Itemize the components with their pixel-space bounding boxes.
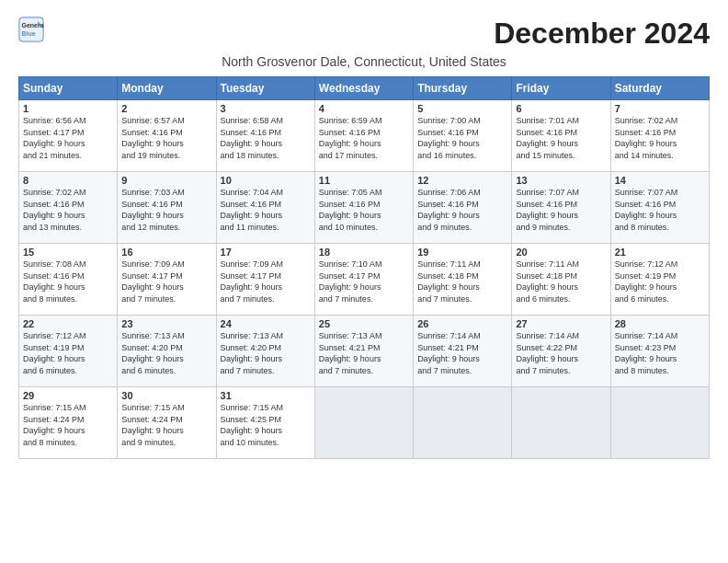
day-number: 21 bbox=[615, 247, 705, 258]
day-number: 23 bbox=[121, 318, 211, 329]
table-cell: 18Sunrise: 7:10 AM Sunset: 4:17 PM Dayli… bbox=[314, 244, 413, 316]
day-number: 13 bbox=[516, 175, 606, 186]
day-number: 5 bbox=[417, 103, 507, 114]
table-cell: 7Sunrise: 7:02 AM Sunset: 4:16 PM Daylig… bbox=[610, 100, 709, 172]
logo: General Blue bbox=[18, 17, 44, 42]
table-cell: 11Sunrise: 7:05 AM Sunset: 4:16 PM Dayli… bbox=[314, 172, 413, 244]
month-title: December 2024 bbox=[494, 17, 710, 51]
day-info: Sunrise: 7:15 AM Sunset: 4:25 PM Dayligh… bbox=[221, 402, 311, 448]
day-number: 2 bbox=[121, 103, 211, 114]
header: General Blue December 2024 bbox=[18, 17, 710, 51]
day-number: 25 bbox=[319, 318, 409, 329]
table-cell: 22Sunrise: 7:12 AM Sunset: 4:19 PM Dayli… bbox=[19, 316, 118, 387]
table-cell: 24Sunrise: 7:13 AM Sunset: 4:20 PM Dayli… bbox=[216, 316, 314, 387]
calendar-row: 29Sunrise: 7:15 AM Sunset: 4:24 PM Dayli… bbox=[19, 387, 710, 459]
table-cell: 14Sunrise: 7:07 AM Sunset: 4:16 PM Dayli… bbox=[610, 172, 709, 244]
table-cell: 12Sunrise: 7:06 AM Sunset: 4:16 PM Dayli… bbox=[414, 172, 512, 244]
calendar-row: 1Sunrise: 6:56 AM Sunset: 4:17 PM Daylig… bbox=[19, 100, 710, 172]
day-info: Sunrise: 7:03 AM Sunset: 4:16 PM Dayligh… bbox=[121, 187, 211, 233]
day-number: 22 bbox=[23, 318, 113, 329]
day-info: Sunrise: 6:59 AM Sunset: 4:16 PM Dayligh… bbox=[319, 115, 409, 161]
col-monday: Monday bbox=[118, 77, 216, 100]
table-cell bbox=[610, 387, 709, 459]
day-number: 1 bbox=[23, 103, 113, 114]
day-number: 18 bbox=[319, 247, 409, 258]
day-number: 29 bbox=[23, 390, 113, 401]
calendar-page: General Blue December 2024 North Grosven… bbox=[0, 0, 728, 470]
day-number: 3 bbox=[221, 103, 311, 114]
day-info: Sunrise: 7:09 AM Sunset: 4:17 PM Dayligh… bbox=[121, 259, 211, 304]
col-wednesday: Wednesday bbox=[314, 77, 413, 100]
day-number: 30 bbox=[121, 390, 211, 401]
day-info: Sunrise: 7:11 AM Sunset: 4:18 PM Dayligh… bbox=[516, 259, 606, 304]
day-number: 17 bbox=[221, 247, 311, 258]
table-cell: 8Sunrise: 7:02 AM Sunset: 4:16 PM Daylig… bbox=[19, 172, 118, 244]
day-number: 4 bbox=[319, 103, 409, 114]
table-cell bbox=[414, 387, 512, 459]
day-number: 26 bbox=[417, 318, 507, 329]
table-cell: 9Sunrise: 7:03 AM Sunset: 4:16 PM Daylig… bbox=[118, 172, 216, 244]
table-cell: 26Sunrise: 7:14 AM Sunset: 4:21 PM Dayli… bbox=[414, 316, 512, 387]
day-number: 6 bbox=[516, 103, 606, 114]
logo-icon: General Blue bbox=[18, 17, 44, 42]
day-number: 16 bbox=[121, 247, 211, 258]
table-cell: 5Sunrise: 7:00 AM Sunset: 4:16 PM Daylig… bbox=[414, 100, 512, 172]
table-cell: 25Sunrise: 7:13 AM Sunset: 4:21 PM Dayli… bbox=[314, 316, 413, 387]
day-info: Sunrise: 7:01 AM Sunset: 4:16 PM Dayligh… bbox=[516, 115, 606, 161]
day-info: Sunrise: 7:10 AM Sunset: 4:17 PM Dayligh… bbox=[319, 259, 409, 304]
table-cell: 29Sunrise: 7:15 AM Sunset: 4:24 PM Dayli… bbox=[19, 387, 118, 459]
day-info: Sunrise: 7:11 AM Sunset: 4:18 PM Dayligh… bbox=[417, 259, 507, 304]
day-info: Sunrise: 7:04 AM Sunset: 4:16 PM Dayligh… bbox=[221, 187, 311, 233]
table-cell: 19Sunrise: 7:11 AM Sunset: 4:18 PM Dayli… bbox=[414, 244, 512, 316]
day-info: Sunrise: 7:00 AM Sunset: 4:16 PM Dayligh… bbox=[417, 115, 507, 161]
table-cell: 21Sunrise: 7:12 AM Sunset: 4:19 PM Dayli… bbox=[610, 244, 709, 316]
table-cell bbox=[314, 387, 413, 459]
day-info: Sunrise: 7:02 AM Sunset: 4:16 PM Dayligh… bbox=[23, 187, 113, 233]
day-info: Sunrise: 7:12 AM Sunset: 4:19 PM Dayligh… bbox=[615, 259, 705, 304]
day-info: Sunrise: 7:15 AM Sunset: 4:24 PM Dayligh… bbox=[121, 402, 211, 448]
table-cell: 30Sunrise: 7:15 AM Sunset: 4:24 PM Dayli… bbox=[118, 387, 216, 459]
table-cell: 15Sunrise: 7:08 AM Sunset: 4:16 PM Dayli… bbox=[19, 244, 118, 316]
table-cell: 10Sunrise: 7:04 AM Sunset: 4:16 PM Dayli… bbox=[216, 172, 314, 244]
col-sunday: Sunday bbox=[19, 77, 118, 100]
col-friday: Friday bbox=[512, 77, 610, 100]
day-number: 9 bbox=[121, 175, 211, 186]
col-saturday: Saturday bbox=[610, 77, 709, 100]
table-cell: 27Sunrise: 7:14 AM Sunset: 4:22 PM Dayli… bbox=[512, 316, 610, 387]
day-info: Sunrise: 7:15 AM Sunset: 4:24 PM Dayligh… bbox=[23, 402, 113, 448]
table-cell: 17Sunrise: 7:09 AM Sunset: 4:17 PM Dayli… bbox=[216, 244, 314, 316]
table-cell: 3Sunrise: 6:58 AM Sunset: 4:16 PM Daylig… bbox=[216, 100, 314, 172]
day-info: Sunrise: 7:14 AM Sunset: 4:21 PM Dayligh… bbox=[417, 330, 507, 376]
day-info: Sunrise: 7:02 AM Sunset: 4:16 PM Dayligh… bbox=[615, 115, 705, 161]
day-number: 20 bbox=[516, 247, 606, 258]
calendar-row: 15Sunrise: 7:08 AM Sunset: 4:16 PM Dayli… bbox=[19, 244, 710, 316]
table-cell: 16Sunrise: 7:09 AM Sunset: 4:17 PM Dayli… bbox=[118, 244, 216, 316]
day-number: 7 bbox=[615, 103, 705, 114]
day-info: Sunrise: 7:07 AM Sunset: 4:16 PM Dayligh… bbox=[516, 187, 606, 233]
col-thursday: Thursday bbox=[414, 77, 512, 100]
day-info: Sunrise: 7:13 AM Sunset: 4:20 PM Dayligh… bbox=[221, 330, 311, 376]
day-number: 28 bbox=[615, 318, 705, 329]
svg-text:Blue: Blue bbox=[22, 30, 36, 37]
day-info: Sunrise: 7:14 AM Sunset: 4:23 PM Dayligh… bbox=[615, 330, 705, 376]
calendar-table: Sunday Monday Tuesday Wednesday Thursday… bbox=[18, 76, 710, 459]
day-info: Sunrise: 6:56 AM Sunset: 4:17 PM Dayligh… bbox=[23, 115, 113, 161]
day-info: Sunrise: 7:08 AM Sunset: 4:16 PM Dayligh… bbox=[23, 259, 113, 304]
table-cell: 2Sunrise: 6:57 AM Sunset: 4:16 PM Daylig… bbox=[118, 100, 216, 172]
subtitle: North Grosvenor Dale, Connecticut, Unite… bbox=[18, 54, 710, 69]
col-tuesday: Tuesday bbox=[216, 77, 314, 100]
table-cell: 28Sunrise: 7:14 AM Sunset: 4:23 PM Dayli… bbox=[610, 316, 709, 387]
day-number: 12 bbox=[417, 175, 507, 186]
day-number: 8 bbox=[23, 175, 113, 186]
day-number: 15 bbox=[23, 247, 113, 258]
day-number: 11 bbox=[319, 175, 409, 186]
day-info: Sunrise: 7:12 AM Sunset: 4:19 PM Dayligh… bbox=[23, 330, 113, 376]
day-info: Sunrise: 7:09 AM Sunset: 4:17 PM Dayligh… bbox=[221, 259, 311, 304]
day-number: 10 bbox=[221, 175, 311, 186]
table-cell: 6Sunrise: 7:01 AM Sunset: 4:16 PM Daylig… bbox=[512, 100, 610, 172]
calendar-row: 22Sunrise: 7:12 AM Sunset: 4:19 PM Dayli… bbox=[19, 316, 710, 387]
table-cell: 20Sunrise: 7:11 AM Sunset: 4:18 PM Dayli… bbox=[512, 244, 610, 316]
table-cell: 1Sunrise: 6:56 AM Sunset: 4:17 PM Daylig… bbox=[19, 100, 118, 172]
table-cell: 4Sunrise: 6:59 AM Sunset: 4:16 PM Daylig… bbox=[314, 100, 413, 172]
day-number: 14 bbox=[615, 175, 705, 186]
